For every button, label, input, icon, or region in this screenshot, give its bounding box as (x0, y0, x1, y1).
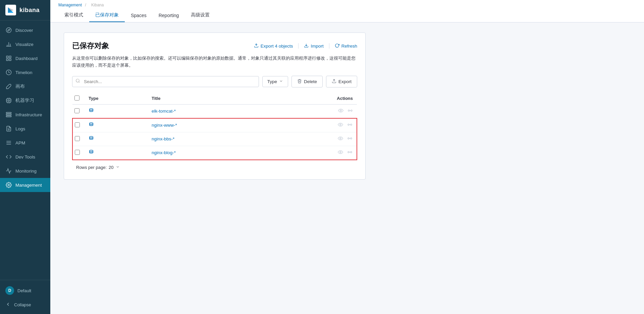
tab-advanced-settings[interactable]: 高级设置 (185, 9, 216, 22)
logo[interactable]: kibana (0, 0, 50, 20)
col-header-checkbox (72, 93, 85, 105)
tab-spaces[interactable]: Spaces (125, 9, 153, 22)
delete-button[interactable]: Delete (291, 76, 323, 87)
table-header-row: Type Title Actions (72, 93, 357, 105)
row-actions-cell (265, 146, 357, 160)
sidebar-item-devtools-label: Dev Tools (15, 154, 35, 160)
sidebar-collapse-btn[interactable]: Collapse (0, 298, 50, 311)
sidebar-item-discover[interactable]: Discover (0, 23, 50, 37)
row-title-cell: nginx-bbs-* (148, 132, 265, 146)
sidebar-item-infrastructure[interactable]: Infrastructure (0, 108, 50, 122)
refresh-icon (335, 43, 339, 49)
breadcrumb-separator: / (85, 3, 86, 7)
svg-rect-11 (7, 99, 11, 103)
sidebar-item-dashboard[interactable]: Dashboard (0, 51, 50, 65)
sidebar-item-timelion[interactable]: Timelion (0, 65, 50, 79)
action-separator-2 (329, 43, 329, 49)
breadcrumb: Management / Kibana (58, 0, 636, 9)
type-dropdown[interactable]: Type (262, 76, 288, 87)
object-link-nginx-bbs[interactable]: nginx-bbs-* (152, 136, 174, 141)
table-row: nginx-bbs-* (72, 132, 357, 146)
sidebar-item-apm[interactable]: APM (0, 136, 50, 150)
svg-point-48 (351, 138, 352, 139)
select-all-checkbox[interactable] (74, 96, 79, 101)
col-header-type: Type (85, 93, 148, 105)
relationship-icon[interactable] (347, 109, 353, 114)
refresh-button[interactable]: Refresh (335, 43, 357, 49)
view-icon[interactable] (338, 109, 345, 114)
sidebar-item-devtools[interactable]: Dev Tools (0, 150, 50, 164)
object-link-nginx-blog[interactable]: nginx-blog-* (152, 150, 176, 155)
index-pattern-icon (89, 123, 94, 128)
card-actions: Export 4 objects Import Refr (254, 43, 357, 49)
sidebar-item-visualize-label: Visualize (15, 42, 34, 47)
breadcrumb-parent-link[interactable]: Management (58, 3, 82, 7)
sidebar-item-management[interactable]: Management (0, 178, 50, 192)
view-icon[interactable] (338, 123, 344, 128)
tab-saved-objects[interactable]: 已保存对象 (89, 9, 125, 22)
svg-rect-23 (6, 116, 11, 117)
sidebar-item-logs[interactable]: Logs (0, 122, 50, 136)
view-icon[interactable] (338, 136, 344, 142)
row-actions-cell (265, 118, 357, 132)
export-icon (254, 43, 259, 49)
svg-point-47 (348, 138, 349, 139)
sidebar-item-visualize[interactable]: Visualize (0, 37, 50, 51)
search-input[interactable] (72, 76, 259, 87)
tab-reporting[interactable]: Reporting (153, 9, 185, 22)
row-checkbox-nginx-bbs[interactable] (75, 136, 80, 141)
svg-point-51 (340, 151, 341, 153)
top-nav: Management / Kibana 索引模式 已保存对象 Spaces Re… (50, 0, 644, 22)
brush-icon (5, 83, 12, 90)
tab-index-patterns[interactable]: 索引模式 (58, 9, 89, 22)
delete-button-label: Delete (304, 79, 317, 84)
import-button[interactable]: Import (304, 43, 323, 49)
rows-per-page-value: 20 (109, 165, 113, 170)
row-checkbox-cell (72, 146, 85, 160)
view-icon[interactable] (338, 150, 344, 156)
relationship-icon[interactable] (347, 150, 353, 156)
sidebar-item-ml[interactable]: 机器学习 (0, 93, 50, 108)
row-title-cell: elk-tomcat-* (148, 104, 265, 118)
rows-chevron-icon (116, 165, 120, 170)
tab-nav: 索引模式 已保存对象 Spaces Reporting 高级设置 (58, 9, 636, 22)
row-actions-cell (265, 132, 357, 146)
sidebar-item-canvas[interactable]: 画布 (0, 79, 50, 93)
relationship-icon[interactable] (347, 123, 353, 128)
sidebar-user-name: Default (17, 288, 31, 293)
export-button[interactable]: Export (326, 76, 357, 87)
sidebar-user[interactable]: D Default (0, 283, 50, 298)
clock-icon (5, 69, 12, 76)
row-title-cell: nginx-blog-* (148, 146, 265, 160)
svg-rect-22 (6, 114, 11, 115)
sidebar-item-monitoring[interactable]: Monitoring (0, 164, 50, 178)
sidebar-item-monitoring-label: Monitoring (15, 169, 37, 174)
type-dropdown-label: Type (267, 79, 277, 84)
export-objects-label: Export 4 objects (261, 44, 293, 49)
row-checkbox-cell (72, 118, 85, 132)
breadcrumb-current: Kibana (91, 3, 104, 7)
import-icon (304, 43, 309, 49)
sidebar-nav: Discover Visualize Dashboard Timelion (0, 20, 50, 280)
object-link-nginx-www[interactable]: nginx-www-* (152, 123, 177, 128)
row-checkbox-cell (72, 132, 85, 146)
export-objects-button[interactable]: Export 4 objects (254, 43, 293, 49)
svg-point-0 (6, 28, 11, 33)
svg-rect-8 (6, 59, 8, 61)
bar-chart-icon (5, 41, 12, 48)
rows-per-page[interactable]: Rows per page: 20 (72, 160, 357, 171)
svg-point-46 (340, 138, 341, 139)
row-checkbox-nginx-blog[interactable] (75, 150, 80, 155)
row-checkbox-elk-tomcat[interactable] (74, 108, 79, 113)
kibana-logo-icon (5, 5, 16, 15)
sidebar-item-apm-label: APM (15, 140, 25, 145)
row-type-cell (85, 146, 148, 160)
sidebar-bottom: D Default Collapse (0, 280, 50, 314)
compass-icon (5, 27, 12, 34)
row-type-cell (85, 118, 148, 132)
object-link-elk-tomcat[interactable]: elk-tomcat-* (152, 109, 176, 114)
rows-per-page-label: Rows per page: (76, 165, 107, 170)
row-checkbox-nginx-www[interactable] (75, 122, 80, 127)
relationship-icon[interactable] (347, 136, 353, 142)
svg-point-50 (90, 150, 93, 151)
